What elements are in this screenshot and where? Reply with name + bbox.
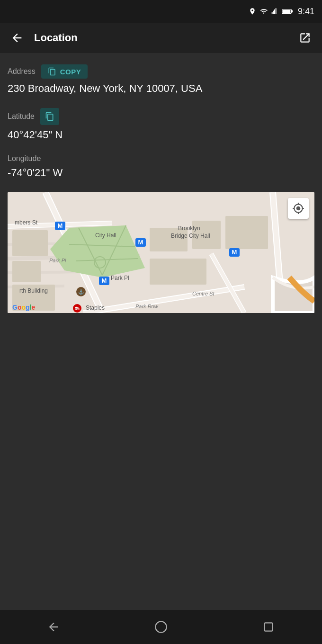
latitude-copy-icon — [45, 112, 54, 121]
map-container[interactable]: M M M M mbers St City Hall Brooklyn Brid… — [8, 192, 314, 313]
address-value: 230 Broadway, New York, NY 10007, USA — [8, 82, 314, 95]
svg-rect-1 — [273, 11, 274, 14]
address-label-row: Address COPY — [8, 64, 314, 79]
nav-back-button[interactable] — [39, 613, 68, 641]
locate-icon — [292, 202, 304, 215]
app-bar: Location — [0, 23, 322, 53]
svg-text:Brooklyn: Brooklyn — [178, 225, 200, 232]
latitude-label: Latitude — [8, 112, 35, 121]
signal-icon — [271, 7, 279, 16]
page-title: Location — [34, 32, 288, 44]
svg-rect-32 — [225, 216, 268, 249]
status-icons: 9:41 — [249, 7, 314, 17]
svg-text:⚓: ⚓ — [78, 289, 84, 295]
svg-text:Staples: Staples — [86, 304, 105, 311]
svg-point-58 — [155, 621, 166, 632]
svg-text:🛍: 🛍 — [75, 306, 80, 311]
external-link-button[interactable] — [295, 28, 314, 47]
nav-home-icon — [154, 620, 168, 634]
svg-rect-6 — [282, 10, 290, 13]
svg-text:Park Pl: Park Pl — [111, 275, 129, 281]
external-link-icon — [299, 32, 311, 44]
content-area: Address COPY 230 Broadway, New York, NY … — [0, 53, 322, 462]
svg-rect-59 — [264, 623, 272, 631]
latitude-value: 40°42'45" N — [8, 129, 314, 141]
location-icon — [249, 7, 256, 16]
svg-text:M: M — [232, 249, 237, 256]
address-copy-label: COPY — [60, 68, 81, 76]
longitude-value: -74°0'21" W — [8, 167, 314, 179]
svg-text:M: M — [138, 239, 143, 246]
svg-rect-5 — [292, 10, 293, 12]
longitude-label-row: Longitude — [8, 154, 314, 163]
nav-back-icon — [47, 620, 60, 634]
copy-icon — [48, 67, 56, 76]
svg-rect-3 — [276, 8, 277, 14]
svg-text:M: M — [58, 222, 63, 229]
nav-home-button[interactable] — [147, 613, 175, 641]
svg-rect-0 — [272, 12, 273, 14]
back-button[interactable] — [8, 28, 27, 47]
latitude-label-row: Latitude — [8, 108, 314, 125]
map-svg: M M M M mbers St City Hall Brooklyn Brid… — [8, 192, 314, 313]
address-label: Address — [8, 67, 36, 76]
latitude-copy-button[interactable] — [40, 108, 59, 125]
nav-recent-icon — [262, 621, 275, 633]
wifi-icon — [259, 8, 268, 15]
svg-rect-28 — [12, 230, 48, 256]
longitude-label: Longitude — [8, 154, 41, 163]
status-time: 9:41 — [298, 7, 314, 17]
address-copy-button[interactable]: COPY — [41, 64, 88, 79]
svg-rect-2 — [274, 9, 275, 14]
svg-text:M: M — [102, 277, 107, 284]
svg-text:mbers St: mbers St — [15, 219, 38, 226]
svg-rect-33 — [150, 259, 206, 285]
svg-text:rth Building: rth Building — [19, 287, 48, 294]
svg-text:Park Row: Park Row — [135, 304, 159, 309]
nav-recent-button[interactable] — [254, 613, 283, 641]
svg-text:Bridge City Hall: Bridge City Hall — [171, 233, 210, 239]
status-bar: 9:41 — [0, 0, 322, 23]
spacer — [0, 462, 322, 610]
nav-bar — [0, 610, 322, 644]
svg-text:Google: Google — [12, 304, 35, 311]
svg-text:Park Pl: Park Pl — [49, 258, 66, 263]
back-arrow-icon — [10, 31, 24, 45]
battery-icon — [282, 8, 293, 15]
svg-rect-29 — [12, 261, 41, 282]
svg-text:Centre St: Centre St — [192, 291, 215, 296]
svg-text:City Hall: City Hall — [95, 232, 116, 239]
map-locate-button[interactable] — [288, 198, 309, 219]
